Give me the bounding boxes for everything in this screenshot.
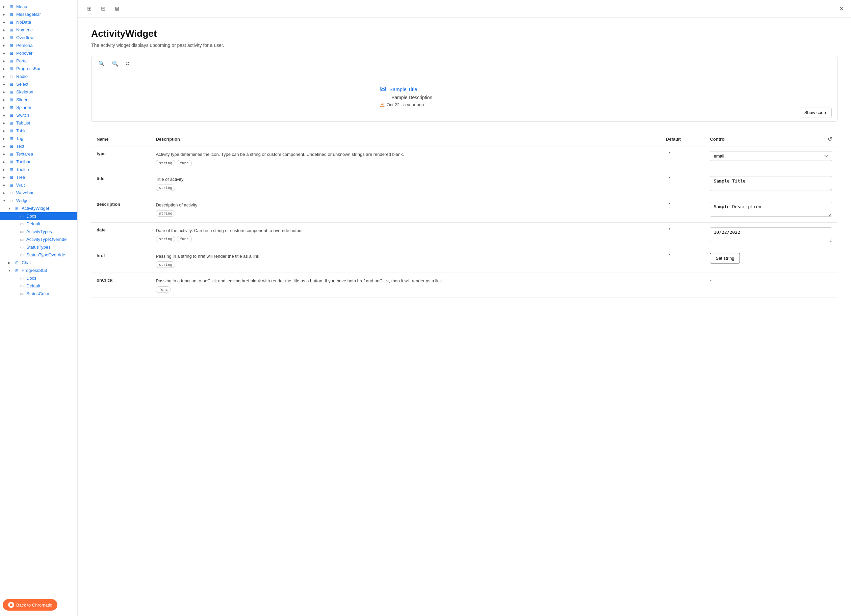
close-button[interactable]: ✕ — [839, 5, 844, 12]
grid-icon: ⊞ — [9, 66, 14, 71]
prop-control-cell-1: Sample Title — [704, 171, 837, 197]
prop-control-cell-4: Set string — [704, 248, 837, 273]
sidebar-item-progressstat[interactable]: ▼⊞ProgressStat — [0, 267, 77, 274]
sidebar-item-tablist[interactable]: ▶⊞TabList — [0, 119, 77, 127]
sidebar-item-overflow[interactable]: ▶⊞Overflow — [0, 34, 77, 42]
sidebar-item-skeleton[interactable]: ▶⊞Skeleton — [0, 88, 77, 96]
sidebar-item-chat[interactable]: ▶⊞Chat — [0, 259, 77, 267]
prop-desc-cell-2: Description of activitystring — [150, 197, 660, 222]
sidebar-item-label: ActivityTypeOverride — [26, 237, 73, 242]
prop-default-cell-3: '' — [660, 222, 705, 248]
sidebar-item-label: Skeleton — [16, 89, 73, 94]
sidebar-item-label: Numeric — [16, 27, 73, 32]
view-sidebar-button[interactable]: ⊞ — [84, 4, 94, 13]
sidebar-item-toolbar[interactable]: ▶⊞Toolbar — [0, 158, 77, 166]
sidebar-item-textarea[interactable]: ▶⊞Textarea — [0, 150, 77, 158]
view-grid-button[interactable]: ⊟ — [98, 4, 108, 13]
zoom-in-button[interactable]: 🔍 — [96, 60, 107, 67]
email-icon: ✉ — [380, 85, 386, 93]
sidebar-item-table[interactable]: ▶⊞Table — [0, 127, 77, 135]
sidebar-item-label: Table — [16, 128, 73, 133]
sidebar-item-wavebar[interactable]: ▶□Wavebar — [0, 189, 77, 197]
grid-icon: ⊞ — [9, 97, 14, 102]
doc-icon: ▭ — [19, 245, 24, 250]
chevron-icon: ▶ — [3, 153, 7, 156]
view-fullscreen-button[interactable]: ⊠ — [112, 4, 122, 13]
prop-desc-cell-4: Passing in a string to href will render … — [150, 248, 660, 273]
sidebar-item-activitytypeoverride[interactable]: ▭ActivityTypeOverride — [0, 235, 77, 243]
set-string-button-4[interactable]: Set string — [710, 253, 740, 264]
sidebar-item-slider[interactable]: ▶⊞Slider — [0, 96, 77, 103]
control-textarea-3[interactable]: 10/22/2022 — [710, 227, 832, 242]
sidebar-item-popover[interactable]: ▶⊞Popover — [0, 49, 77, 57]
zoom-reset-button[interactable]: ↺ — [123, 60, 132, 67]
sidebar-item-persona[interactable]: ▶⊞Persona — [0, 42, 77, 49]
sidebar-item-widget[interactable]: ▼□Widget — [0, 197, 77, 204]
grid-icon: ⊞ — [9, 20, 14, 25]
sidebar-item-radio[interactable]: ▶□Radio — [0, 72, 77, 80]
type-badge: func — [177, 160, 192, 166]
doc-icon: ▭ — [19, 276, 24, 281]
sidebar-item-statustypeoverride[interactable]: ▭StatusTypeOverride — [0, 251, 77, 259]
col-description: Description — [150, 133, 660, 146]
grid-icon: ⊞ — [9, 51, 14, 55]
main-content: ⊞ ⊟ ⊠ ✕ ActivityWidget The activity widg… — [78, 0, 851, 616]
sidebar-item-wait[interactable]: ▶⊞Wait — [0, 181, 77, 189]
chevron-icon: ▶ — [3, 98, 7, 102]
chevron-icon: ▼ — [3, 199, 7, 202]
sidebar-item-numeric[interactable]: ▶⊞Numeric — [0, 26, 77, 34]
sidebar-item-default[interactable]: ▭Default — [0, 220, 77, 228]
sidebar-item-docs[interactable]: ▭Docs — [0, 212, 77, 220]
sidebar-item-label: Select — [16, 82, 73, 87]
sidebar-item-activitywidget[interactable]: ▼⊞ActivityWidget — [0, 204, 77, 212]
show-code-button[interactable]: Show code — [798, 108, 832, 117]
sidebar-item-statustypes[interactable]: ▭StatusTypes — [0, 243, 77, 251]
control-select-0[interactable]: email — [710, 151, 832, 161]
warning-icon: ⚠ — [380, 102, 385, 108]
sidebar-item-select[interactable]: ▶⊞Select — [0, 80, 77, 88]
chevron-icon: ▶ — [3, 75, 7, 78]
grid-icon: ⊞ — [9, 167, 14, 172]
back-to-chromatic-button[interactable]: Back to Chromatic — [3, 599, 57, 611]
table-header-row: Name Description Default Control ↺ — [91, 133, 837, 146]
chevron-icon: ▶ — [3, 191, 7, 195]
sidebar-item-label: Tag — [16, 136, 73, 141]
sidebar-item-statuscolor[interactable]: ▭StatusColor — [0, 290, 77, 298]
sidebar-item-label: Overflow — [16, 35, 73, 40]
sidebar-item-label: StatusTypeOverride — [26, 252, 73, 258]
sidebar-item-label: ActivityWidget — [22, 206, 73, 211]
sidebar-item-progressstat-default[interactable]: ▭Default — [0, 282, 77, 290]
type-badge: string — [156, 210, 175, 217]
sidebar-item-tree[interactable]: ▶⊞Tree — [0, 173, 77, 181]
chevron-icon: ▶ — [3, 28, 7, 32]
prop-name-cell-2: description — [91, 197, 150, 222]
activity-date-text: Oct 22 · a year ago — [386, 102, 424, 107]
sidebar-item-activitytypes[interactable]: ▭ActivityTypes — [0, 228, 77, 235]
chevron-icon: ▶ — [3, 160, 7, 163]
sidebar-item-text[interactable]: ▶⊞Text — [0, 142, 77, 150]
chevron-icon: ▶ — [3, 5, 7, 8]
sidebar-item-label: Toolbar — [16, 159, 73, 164]
grid-icon: ⊞ — [9, 4, 14, 9]
doc-icon: ▭ — [19, 222, 24, 226]
sidebar-item-label: NoData — [16, 19, 73, 25]
sidebar-item-menu[interactable]: ▶⊞Menu — [0, 3, 77, 10]
sidebar-item-tooltip[interactable]: ▶⊞Tooltip — [0, 166, 77, 173]
sidebar-item-progressstat-docs[interactable]: ▭Docs — [0, 274, 77, 282]
grid-icon: ⊞ — [9, 183, 14, 187]
zoom-out-button[interactable]: 🔍 — [110, 60, 120, 67]
reset-controls-button[interactable]: ↺ — [828, 136, 832, 142]
sidebar-item-label: Chat — [22, 260, 73, 265]
sidebar-item-messagebar[interactable]: ▶⊞MessageBar — [0, 10, 77, 18]
sidebar-item-spinner[interactable]: ▶⊞Spinner — [0, 103, 77, 111]
sidebar-item-tag[interactable]: ▶⊞Tag — [0, 135, 77, 142]
sidebar-item-switch[interactable]: ▶⊞Switch — [0, 111, 77, 119]
prop-desc-cell-5: Passing in a function to onClick and lea… — [150, 273, 660, 298]
chevron-icon: ▶ — [3, 183, 7, 187]
control-textarea-1[interactable]: Sample Title — [710, 176, 832, 191]
control-textarea-2[interactable]: Sample Description — [710, 202, 832, 217]
sidebar-item-progressbar[interactable]: ▶⊞ProgressBar — [0, 65, 77, 72]
sidebar-item-nodata[interactable]: ▶⊞NoData — [0, 18, 77, 26]
folder-icon: □ — [9, 190, 14, 195]
sidebar-item-portal[interactable]: ▶⊞Portal — [0, 57, 77, 65]
